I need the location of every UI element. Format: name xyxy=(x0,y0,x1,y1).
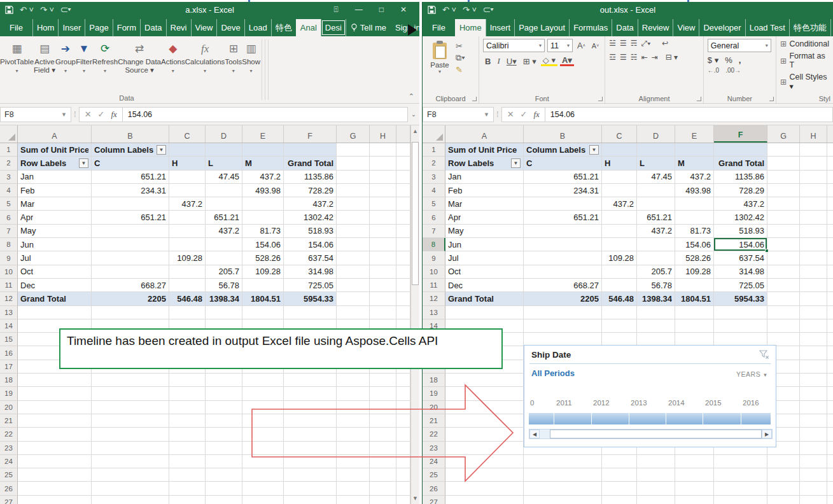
cell[interactable] xyxy=(206,442,242,455)
cell[interactable]: 637.54 xyxy=(284,251,337,265)
conditional-formatting-button[interactable]: Conditional xyxy=(789,39,829,48)
cell[interactable] xyxy=(337,442,370,455)
scrollbar-thumb[interactable] xyxy=(412,142,419,285)
cell[interactable] xyxy=(637,482,675,495)
cell[interactable] xyxy=(767,455,800,468)
cell[interactable] xyxy=(18,442,92,455)
cell[interactable] xyxy=(800,319,827,333)
cell[interactable]: Jan xyxy=(445,171,524,184)
cell[interactable]: 668.27 xyxy=(92,279,169,292)
cell[interactable] xyxy=(445,374,524,387)
scroll-down-icon[interactable]: ▼ xyxy=(411,493,419,504)
cell[interactable] xyxy=(242,306,284,319)
cell[interactable] xyxy=(767,171,800,184)
cell[interactable] xyxy=(524,306,602,319)
cell[interactable] xyxy=(637,468,675,482)
cell[interactable] xyxy=(92,414,169,428)
row-header-7[interactable]: 7 xyxy=(0,225,18,238)
cell[interactable] xyxy=(242,197,284,211)
cell[interactable] xyxy=(675,211,714,224)
cell[interactable] xyxy=(524,251,602,265)
cell[interactable] xyxy=(637,455,675,468)
align-bottom-icon[interactable]: ☴ xyxy=(631,39,638,48)
cell[interactable]: Jul xyxy=(445,251,524,265)
cell[interactable] xyxy=(637,319,675,333)
cell[interactable] xyxy=(169,387,206,400)
cell[interactable] xyxy=(800,496,827,504)
cell[interactable]: Row Labels▼ xyxy=(445,157,524,170)
row-header-9[interactable]: 9 xyxy=(423,251,445,265)
cell[interactable] xyxy=(206,414,242,428)
cell[interactable]: Grand Total xyxy=(445,292,524,305)
cell[interactable]: Feb xyxy=(445,184,524,197)
cell[interactable] xyxy=(767,279,800,292)
cell[interactable] xyxy=(337,265,370,279)
cell[interactable] xyxy=(767,238,800,251)
font-name-combo[interactable]: Calibri▾ xyxy=(483,39,545,52)
cell[interactable] xyxy=(675,197,714,211)
actions-button[interactable]: ◆Actions▾ xyxy=(161,36,185,103)
right-tab-file[interactable]: File xyxy=(423,19,455,36)
cell[interactable] xyxy=(337,306,370,319)
cell[interactable] xyxy=(675,455,714,468)
cell[interactable]: 725.05 xyxy=(284,279,337,292)
left-tab-Page[interactable]: Page xyxy=(85,19,112,36)
cell[interactable] xyxy=(206,482,242,495)
cell[interactable] xyxy=(370,143,396,157)
cell[interactable] xyxy=(714,482,767,495)
cell[interactable]: 437.2 xyxy=(637,225,675,238)
timeline-scroll-right-icon[interactable]: ▶ xyxy=(762,430,772,438)
clipboard-dialog-launcher-icon[interactable] xyxy=(472,97,477,101)
cell[interactable]: Grand Total xyxy=(714,157,767,170)
cell[interactable] xyxy=(767,143,800,157)
row-header-8[interactable]: 8 xyxy=(423,238,445,251)
cell[interactable] xyxy=(602,211,637,224)
cell[interactable]: L xyxy=(206,157,242,170)
cell[interactable]: 637.54 xyxy=(714,251,767,265)
cell[interactable] xyxy=(767,496,800,504)
cell[interactable]: Dec xyxy=(18,279,92,292)
cell[interactable] xyxy=(637,251,675,265)
row-header-2[interactable]: 2 xyxy=(423,157,445,170)
cell[interactable] xyxy=(800,251,827,265)
close-icon[interactable]: ✕ xyxy=(400,5,407,14)
row-header-27[interactable]: 27 xyxy=(423,496,445,504)
left-name-box[interactable]: F8▼ xyxy=(0,107,71,122)
cell[interactable] xyxy=(92,387,169,400)
row-header-8[interactable]: 8 xyxy=(0,238,18,251)
merge-center-icon[interactable]: ⊟ ▾ xyxy=(666,53,678,62)
cell[interactable] xyxy=(445,401,524,414)
cell[interactable] xyxy=(206,428,242,441)
column-header-D[interactable]: D xyxy=(637,125,675,143)
cell[interactable]: May xyxy=(18,225,92,238)
cell[interactable] xyxy=(800,184,827,197)
cell[interactable] xyxy=(337,184,370,197)
cell[interactable]: 651.21 xyxy=(92,171,169,184)
row-header-9[interactable]: 9 xyxy=(0,251,18,265)
cell[interactable] xyxy=(767,265,800,279)
cell[interactable]: 109.28 xyxy=(242,265,284,279)
cell[interactable] xyxy=(370,468,396,482)
cell[interactable] xyxy=(169,225,206,238)
cell[interactable]: 728.29 xyxy=(714,184,767,197)
cell[interactable]: L xyxy=(637,157,675,170)
cell[interactable] xyxy=(524,496,602,504)
select-all-corner[interactable] xyxy=(423,125,445,143)
cell[interactable] xyxy=(370,211,396,224)
row-header-21[interactable]: 21 xyxy=(423,414,445,428)
cell[interactable]: 1398.34 xyxy=(206,292,242,305)
cell[interactable] xyxy=(445,455,524,468)
cell[interactable]: Sum of Unit Price xyxy=(18,143,92,157)
left-tab-Revi[interactable]: Revi xyxy=(166,19,191,36)
cell[interactable]: 1804.51 xyxy=(675,292,714,305)
cell[interactable]: 1302.42 xyxy=(284,211,337,224)
row-header-14[interactable]: 14 xyxy=(0,319,18,333)
cell[interactable] xyxy=(284,143,337,157)
cell[interactable] xyxy=(714,306,767,319)
cell[interactable]: 154.06 xyxy=(284,238,337,251)
column-header-A[interactable]: A xyxy=(18,125,92,143)
cell[interactable] xyxy=(284,468,337,482)
cell[interactable] xyxy=(337,279,370,292)
cell[interactable] xyxy=(169,482,206,495)
row-header-5[interactable]: 5 xyxy=(423,197,445,211)
